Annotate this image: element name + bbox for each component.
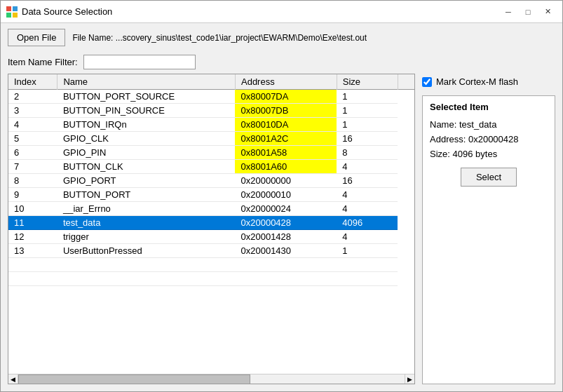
cell-size: 4 [337,202,398,216]
name-label: Name: [430,119,456,130]
main-window: Data Source Selection ─ □ ✕ Open File Fi… [0,0,563,392]
cell-name: GPIO_PIN [57,146,236,160]
mark-cortex-label: Mark Cortex-M flash [436,76,518,87]
maximize-button[interactable]: □ [519,5,537,19]
cell-name: GPIO_CLK [57,132,236,146]
address-value: 0x20000428 [468,134,519,144]
cell-name: BUTTON_IRQn [57,118,236,132]
cell-size: 1 [337,90,398,104]
file-path: File Name: ...scovery_sinus\test_code1\i… [72,33,367,43]
table-row-empty [8,258,414,272]
cell-address: 0x80007DA [235,90,337,104]
table-container: Index Name Address Size 2BUTTON_PORT_SOU… [8,74,415,384]
size-value: 4096 bytes [453,149,498,159]
col-header-name: Name [57,74,236,90]
table-body: 2BUTTON_PORT_SOURCE0x80007DA13BUTTON_PIN… [8,90,414,286]
scroll-left-btn[interactable]: ◀ [8,374,18,384]
col-header-address: Address [235,74,337,90]
cell-address: 0x80007DB [235,104,337,118]
cell-size: 4 [337,230,398,244]
selected-item-title: Selected Item [430,102,548,112]
main-area: Index Name Address Size 2BUTTON_PORT_SOU… [1,74,562,391]
table-row[interactable]: 9BUTTON_PORT0x200000104 [8,188,414,202]
table-row[interactable]: 11test_data0x200004284096 [8,216,414,230]
cell-index: 3 [8,104,57,118]
open-file-button[interactable]: Open File [8,29,65,46]
cell-size: 16 [337,132,398,146]
table-row[interactable]: 13UserButtonPressed0x200014301 [8,244,414,258]
table-scroll[interactable]: Index Name Address Size 2BUTTON_PORT_SOU… [8,74,414,374]
cell-size: 16 [337,174,398,188]
close-button[interactable]: ✕ [538,5,557,19]
cell-name: __iar_Errno [57,202,236,216]
cell-name: GPIO_PORT [57,174,236,188]
table-header-row: Index Name Address Size [8,74,414,90]
svg-rect-2 [6,13,11,18]
horizontal-scrollbar[interactable]: ◀ ▶ [8,374,414,384]
selected-item-box: Selected Item Name: test_data Address: 0… [422,95,555,384]
title-bar: Data Source Selection ─ □ ✕ [1,1,562,23]
right-panel: Mark Cortex-M flash Selected Item Name: … [422,74,555,384]
table-row[interactable]: 5GPIO_CLK0x8001A2C16 [8,132,414,146]
title-bar-left: Data Source Selection [6,6,112,18]
svg-rect-3 [13,13,18,18]
cell-address: 0x20000000 [235,174,337,188]
selected-item-size: Size: 4096 bytes [430,149,548,159]
filter-input[interactable] [83,55,196,69]
toolbar: Open File File Name: ...scovery_sinus\te… [1,23,562,52]
table-row[interactable]: 6GPIO_PIN0x8001A588 [8,146,414,160]
cell-name: BUTTON_PORT_SOURCE [57,90,236,104]
table-row[interactable]: 3BUTTON_PIN_SOURCE0x80007DB1 [8,104,414,118]
cell-index: 9 [8,188,57,202]
minimize-button[interactable]: ─ [499,5,517,19]
cell-size: 1 [337,118,398,132]
filter-label: Item Name Filter: [8,57,78,67]
cell-address: 0x8001A58 [235,146,337,160]
cell-address: 0x8001A60 [235,160,337,174]
col-header-index: Index [8,74,57,90]
cell-index: 5 [8,132,57,146]
cell-address: 0x20001430 [235,244,337,258]
cell-index: 7 [8,160,57,174]
cell-address: 0x20000428 [235,216,337,230]
table-row[interactable]: 12trigger0x200014284 [8,230,414,244]
size-label: Size: [430,149,450,159]
cell-size: 8 [337,146,398,160]
app-icon [6,6,18,18]
cell-address: 0x20001428 [235,230,337,244]
cell-index: 13 [8,244,57,258]
table-row[interactable]: 7BUTTON_CLK0x8001A604 [8,160,414,174]
col-header-scroll [398,74,414,90]
table-row[interactable]: 8GPIO_PORT0x2000000016 [8,174,414,188]
cell-address: 0x8001A2C [235,132,337,146]
table-row[interactable]: 4BUTTON_IRQn0x80010DA1 [8,118,414,132]
cell-index: 10 [8,202,57,216]
cell-index: 4 [8,118,57,132]
cell-name: trigger [57,230,236,244]
svg-rect-1 [13,6,18,11]
cell-index: 6 [8,146,57,160]
selected-item-address: Address: 0x20000428 [430,134,548,144]
cell-size: 1 [337,244,398,258]
window-title: Data Source Selection [22,6,112,17]
selected-item-name: Name: test_data [430,119,548,130]
cell-address: 0x20000024 [235,202,337,216]
select-button[interactable]: Select [461,168,517,187]
table-row[interactable]: 10__iar_Errno0x200000244 [8,202,414,216]
title-controls: ─ □ ✕ [499,5,557,19]
cell-index: 8 [8,174,57,188]
name-value: test_data [459,119,497,130]
scroll-thumb[interactable] [18,374,250,384]
cell-size: 1 [337,104,398,118]
scroll-right-btn[interactable]: ▶ [405,374,414,384]
cell-name: BUTTON_PORT [57,188,236,202]
cell-index: 11 [8,216,57,230]
scroll-track [18,374,405,384]
cell-index: 2 [8,90,57,104]
filter-row: Item Name Filter: [1,52,562,74]
cell-name: test_data [57,216,236,230]
cell-address: 0x80010DA [235,118,337,132]
table-row[interactable]: 2BUTTON_PORT_SOURCE0x80007DA1 [8,90,414,104]
mark-cortex-checkbox[interactable] [422,77,432,87]
cell-index: 12 [8,230,57,244]
